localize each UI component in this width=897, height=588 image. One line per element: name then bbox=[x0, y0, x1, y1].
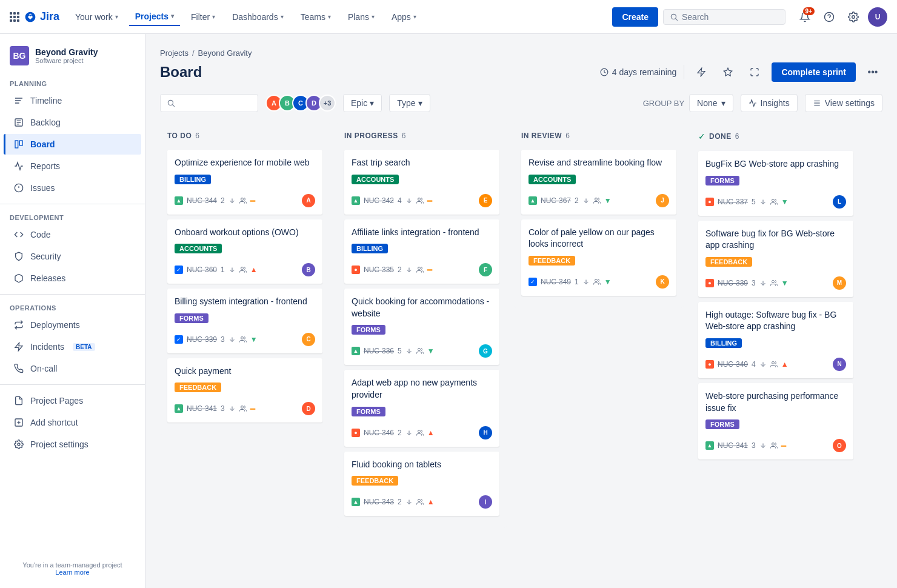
card-tag: ACCOUNTS bbox=[352, 175, 399, 184]
svg-point-40 bbox=[418, 349, 420, 351]
subtask-icon bbox=[759, 279, 767, 287]
nav-apps[interactable]: Apps ▾ bbox=[385, 8, 422, 25]
board-search-input[interactable] bbox=[179, 98, 252, 108]
board-card[interactable]: BugFix BG Web-store app crashing FORMS ●… bbox=[698, 151, 853, 216]
board-card[interactable]: Color of pale yellow on our pages looks … bbox=[521, 219, 676, 296]
sidebar-item-backlog[interactable]: Backlog bbox=[4, 112, 141, 133]
nav-plans[interactable]: Plans ▾ bbox=[342, 8, 381, 25]
sidebar-item-deployments[interactable]: Deployments bbox=[4, 315, 141, 335]
board-card[interactable]: Quick payment FEEDBACK ▲ NUC-341 3 ═ D bbox=[167, 358, 322, 423]
priority-icon: ▲ bbox=[427, 498, 435, 506]
priority-icon: ▼ bbox=[781, 198, 789, 206]
board-card[interactable]: Web-store purchasing performance issue f… bbox=[698, 383, 853, 459]
sidebar-item-board[interactable]: Board bbox=[4, 134, 141, 155]
board-card[interactable]: Onboard workout options (OWO) ACCOUNTS ✓… bbox=[167, 219, 322, 284]
star-button[interactable] bbox=[718, 62, 738, 82]
board-card[interactable]: Adapt web app no new payments provider F… bbox=[344, 370, 499, 446]
sidebar-item-on-call[interactable]: On-call bbox=[4, 358, 141, 379]
chevron-down-icon: ▾ bbox=[721, 98, 725, 108]
user-avatar[interactable]: U bbox=[868, 7, 887, 27]
subtask-icon bbox=[228, 336, 236, 343]
column-header-inprogress: IN PROGRESS 6 bbox=[344, 129, 499, 142]
learn-more-link[interactable]: Learn more bbox=[55, 569, 89, 576]
sidebar-project: BG Beyond Gravity Software project bbox=[0, 41, 145, 75]
card-tag: FORMS bbox=[352, 407, 385, 416]
breadcrumb-projects[interactable]: Projects bbox=[160, 48, 188, 58]
card-num: 2 bbox=[398, 266, 402, 274]
sidebar-item-releases[interactable]: Releases bbox=[4, 268, 141, 289]
avatar-more[interactable]: +3 bbox=[319, 95, 336, 112]
card-id: NUC-339 bbox=[187, 335, 217, 344]
people-icon bbox=[416, 266, 424, 273]
people-icon bbox=[239, 336, 247, 343]
card-tag: BILLING bbox=[175, 175, 211, 184]
svg-point-42 bbox=[418, 430, 420, 432]
nav-projects[interactable]: Projects ▾ bbox=[129, 8, 180, 26]
board-search[interactable] bbox=[160, 94, 258, 112]
svg-point-36 bbox=[418, 198, 420, 200]
nav-filter[interactable]: Filter ▾ bbox=[185, 8, 221, 25]
svg-point-48 bbox=[595, 279, 597, 281]
breadcrumb-project[interactable]: Beyond Gravity bbox=[198, 48, 252, 58]
board-card[interactable]: High outage: Software bug fix - BG Web-s… bbox=[698, 302, 853, 378]
complete-sprint-button[interactable]: Complete sprint bbox=[772, 62, 856, 82]
board-card[interactable]: Quick booking for accommodations - websi… bbox=[344, 289, 499, 365]
sidebar-item-timeline[interactable]: Timeline bbox=[4, 90, 141, 111]
card-tag: FORMS bbox=[175, 313, 208, 323]
search-input[interactable] bbox=[682, 12, 779, 22]
page-header: Board 4 days remaining Complete sprint •… bbox=[160, 62, 882, 82]
card-meta: ✓ NUC-360 1 ▲ B bbox=[175, 263, 315, 276]
help-button[interactable] bbox=[819, 7, 839, 27]
group-by-select[interactable]: None ▾ bbox=[689, 94, 733, 112]
search-bar[interactable] bbox=[663, 9, 785, 25]
expand-button[interactable] bbox=[745, 62, 764, 82]
board-card[interactable]: Optimize experience for mobile web BILLI… bbox=[167, 150, 322, 215]
nav-dashboards[interactable]: Dashboards ▾ bbox=[226, 8, 290, 25]
sidebar-item-code[interactable]: Code bbox=[4, 224, 141, 245]
board-card[interactable]: Billing system integration - frontend FO… bbox=[167, 289, 322, 353]
nav-your-work[interactable]: Your work ▾ bbox=[69, 8, 124, 25]
star-icon bbox=[723, 67, 733, 77]
card-avatar: A bbox=[302, 194, 315, 207]
card-avatar: M bbox=[833, 276, 846, 290]
sidebar-item-add-shortcut[interactable]: Add shortcut bbox=[4, 412, 141, 433]
subtask-icon bbox=[228, 405, 236, 412]
card-type-icon: ▲ bbox=[175, 404, 183, 413]
nav-teams[interactable]: Teams ▾ bbox=[295, 8, 337, 25]
view-settings-button[interactable]: View settings bbox=[805, 94, 882, 112]
priority-icon: ═ bbox=[781, 441, 787, 450]
sidebar-item-project-pages[interactable]: Project Pages bbox=[4, 390, 141, 411]
board-search-icon bbox=[167, 99, 175, 107]
insights-button[interactable]: Insights bbox=[741, 94, 798, 112]
column-count: 6 bbox=[565, 132, 570, 140]
sidebar-item-incidents[interactable]: Incidents BETA bbox=[4, 336, 141, 357]
main-content: Projects / Beyond Gravity Board 4 days r… bbox=[145, 34, 897, 588]
card-avatar: C bbox=[302, 333, 315, 346]
epic-filter[interactable]: Epic ▾ bbox=[343, 94, 382, 112]
sidebar-item-reports[interactable]: Reports bbox=[4, 156, 141, 176]
sidebar-item-security[interactable]: Security bbox=[4, 246, 141, 267]
column-todo: TO DO 6 Optimize experience for mobile w… bbox=[160, 122, 330, 435]
card-avatar: O bbox=[833, 439, 846, 452]
board-card[interactable]: Fast trip search ACCOUNTS ▲ NUC-342 4 ═ … bbox=[344, 150, 499, 215]
logo-text: Jira bbox=[40, 10, 59, 23]
app-grid-icon[interactable] bbox=[10, 12, 19, 22]
card-num: 4 bbox=[752, 360, 756, 369]
board-card[interactable]: Fluid booking on tablets FEEDBACK ▲ NUC-… bbox=[344, 452, 499, 516]
board-card[interactable]: Revise and streamline booking flow ACCOU… bbox=[521, 150, 676, 215]
card-id: NUC-367 bbox=[541, 196, 571, 205]
create-button[interactable]: Create bbox=[612, 7, 658, 27]
more-options-button[interactable]: ••• bbox=[863, 62, 882, 82]
subtask-icon bbox=[759, 361, 767, 368]
board-card[interactable]: Affiliate links integration - frontend B… bbox=[344, 219, 499, 284]
sidebar-item-issues[interactable]: Issues bbox=[4, 178, 141, 198]
lightning-button[interactable] bbox=[692, 62, 711, 82]
type-filter[interactable]: Type ▾ bbox=[389, 94, 430, 112]
people-icon bbox=[770, 442, 778, 449]
notifications-button[interactable]: 9+ bbox=[795, 7, 815, 27]
board-toolbar: A B C D +3 Epic ▾ Type ▾ GROUP BY None ▾ bbox=[160, 94, 882, 112]
settings-button[interactable] bbox=[844, 7, 863, 27]
board-card[interactable]: Software bug fix for BG Web-store app cr… bbox=[698, 221, 853, 297]
sidebar-item-project-settings[interactable]: Project settings bbox=[4, 434, 141, 455]
jira-logo[interactable]: Jira bbox=[24, 10, 59, 23]
